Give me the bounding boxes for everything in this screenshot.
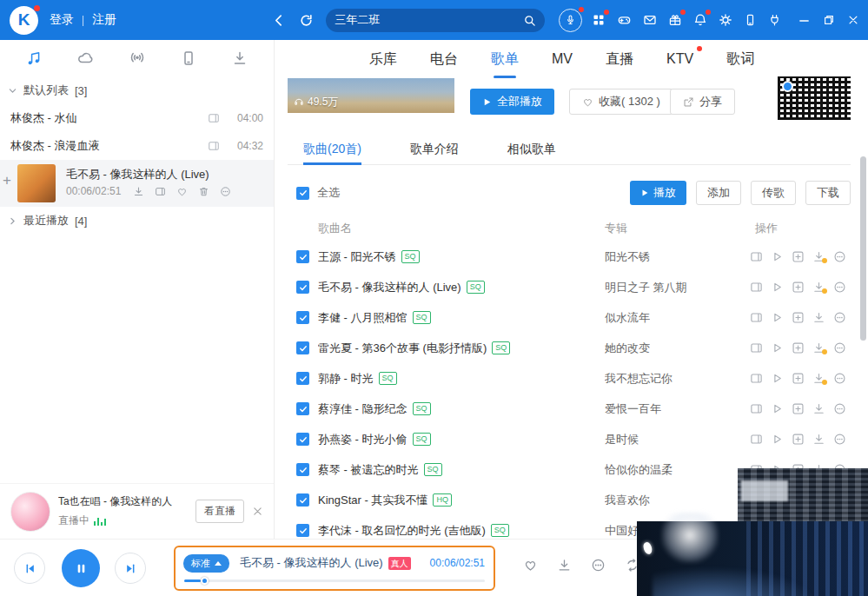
album-name[interactable]: 明日之子 第八期 bbox=[605, 272, 687, 302]
mv-icon[interactable] bbox=[750, 341, 763, 354]
add-icon[interactable] bbox=[792, 250, 805, 263]
song-title[interactable]: 李健 - 八月照相馆 bbox=[318, 310, 407, 326]
mv-icon[interactable] bbox=[750, 433, 763, 446]
download-icon[interactable] bbox=[812, 281, 825, 294]
search-input[interactable] bbox=[335, 14, 523, 27]
tab-download[interactable] bbox=[231, 50, 248, 67]
row-checkbox[interactable] bbox=[296, 372, 309, 385]
row-checkbox[interactable] bbox=[296, 463, 309, 476]
next-button[interactable] bbox=[115, 553, 146, 584]
tab-device[interactable] bbox=[180, 50, 197, 67]
table-row[interactable]: 毛不易 - 像我这样的人 (Live) SQ 明日之子 第八期 bbox=[288, 272, 851, 302]
playlist-cover[interactable]: 49.5万 bbox=[288, 78, 454, 113]
row-checkbox[interactable] bbox=[296, 250, 309, 263]
download-icon[interactable] bbox=[812, 402, 825, 415]
nav-mv[interactable]: MV bbox=[535, 40, 589, 78]
trash-icon[interactable] bbox=[198, 186, 209, 197]
table-row[interactable]: 李健 - 八月照相馆 SQ 似水流年 bbox=[288, 302, 851, 333]
download-icon[interactable] bbox=[557, 558, 572, 573]
bell-icon[interactable] bbox=[693, 13, 707, 27]
add-button[interactable]: 添加 bbox=[696, 181, 741, 205]
more-icon[interactable] bbox=[833, 341, 846, 354]
play-button[interactable]: 播放 bbox=[630, 181, 686, 205]
tab-songs[interactable]: 歌曲(20首) bbox=[303, 135, 361, 164]
quality-selector[interactable]: 标准 bbox=[183, 554, 229, 573]
song-title[interactable]: 蔡淳佳 - 隐形纪念 bbox=[318, 401, 407, 417]
now-playing-item[interactable]: + 毛不易 - 像我这样的人 (Live) 00:06/02:51 bbox=[0, 160, 274, 207]
player-track-title[interactable]: 毛不易 - 像我这样的人 (Live) bbox=[240, 555, 383, 571]
back-icon[interactable] bbox=[271, 13, 286, 28]
tab-intro[interactable]: 歌单介绍 bbox=[410, 135, 459, 164]
now-playing-cover[interactable] bbox=[17, 164, 56, 202]
play-icon[interactable] bbox=[771, 372, 784, 385]
download-icon[interactable] bbox=[812, 433, 825, 446]
mv-icon[interactable] bbox=[750, 250, 763, 263]
more-icon[interactable] bbox=[833, 372, 846, 385]
row-checkbox[interactable] bbox=[296, 524, 309, 537]
more-icon[interactable] bbox=[591, 558, 606, 573]
nav-playlist[interactable]: 歌单 bbox=[474, 40, 535, 78]
download-icon[interactable] bbox=[812, 250, 825, 263]
heart-icon[interactable] bbox=[523, 558, 538, 573]
table-row[interactable]: 孙燕姿 - 时光小偷 SQ 是时候 bbox=[288, 424, 851, 454]
play-all-button[interactable]: 全部播放 bbox=[470, 89, 554, 115]
mv-icon[interactable] bbox=[750, 281, 763, 294]
tab-radio[interactable] bbox=[129, 50, 146, 67]
list-item[interactable]: 林俊杰 - 水仙 04:00 bbox=[0, 104, 274, 132]
song-title[interactable]: KingStar - 其实我不懂 bbox=[318, 493, 427, 508]
nav-library[interactable]: 乐库 bbox=[353, 40, 414, 78]
progress-bar[interactable] bbox=[184, 579, 485, 582]
mail-icon[interactable] bbox=[643, 13, 657, 27]
tab-similar[interactable]: 相似歌单 bbox=[507, 135, 556, 164]
group-default-list[interactable]: 默认列表 [3] bbox=[0, 76, 274, 104]
add-icon[interactable] bbox=[792, 341, 805, 354]
row-checkbox[interactable] bbox=[296, 433, 309, 446]
song-title[interactable]: 郭静 - 时光 bbox=[318, 371, 374, 387]
add-icon[interactable] bbox=[792, 433, 805, 446]
more-icon[interactable] bbox=[833, 281, 846, 294]
transfer-button[interactable]: 传歌 bbox=[751, 181, 796, 205]
album-name[interactable]: 是时候 bbox=[605, 424, 639, 454]
add-icon[interactable] bbox=[792, 402, 805, 415]
play-icon[interactable] bbox=[771, 281, 784, 294]
mv-icon[interactable] bbox=[208, 140, 220, 152]
close-icon[interactable] bbox=[847, 14, 859, 26]
settings-icon[interactable] bbox=[719, 13, 732, 27]
mv-icon[interactable] bbox=[750, 311, 763, 324]
play-icon[interactable] bbox=[771, 433, 784, 446]
refresh-icon[interactable] bbox=[299, 13, 314, 28]
login-link[interactable]: 登录 bbox=[50, 12, 74, 28]
tab-cloud[interactable] bbox=[76, 50, 95, 67]
more-icon[interactable] bbox=[833, 433, 846, 446]
download-icon[interactable] bbox=[812, 311, 825, 324]
download-button[interactable]: 下载 bbox=[805, 181, 851, 205]
mv-icon[interactable] bbox=[750, 372, 763, 385]
more-icon[interactable] bbox=[833, 402, 846, 415]
scrollbar[interactable] bbox=[860, 40, 867, 539]
nav-radio[interactable]: 电台 bbox=[414, 40, 474, 78]
previous-button[interactable] bbox=[14, 553, 45, 584]
play-icon[interactable] bbox=[771, 341, 784, 354]
album-name[interactable]: 阳光不锈 bbox=[605, 242, 650, 272]
song-title[interactable]: 毛不易 - 像我这样的人 (Live) bbox=[318, 280, 461, 295]
play-icon[interactable] bbox=[771, 402, 784, 415]
heart-icon[interactable] bbox=[176, 186, 188, 197]
phone-icon[interactable] bbox=[744, 13, 757, 27]
mv-icon[interactable] bbox=[750, 402, 763, 415]
download-icon[interactable] bbox=[812, 341, 825, 354]
minimize-icon[interactable] bbox=[798, 14, 811, 27]
share-button[interactable]: 分享 bbox=[670, 89, 735, 115]
nav-live[interactable]: 直播 bbox=[589, 40, 650, 78]
table-row[interactable]: 雷光夏 - 第36个故事 (电影抒情版) SQ 她的改变 bbox=[288, 333, 851, 363]
watch-live-button[interactable]: 看直播 bbox=[195, 500, 244, 523]
song-title[interactable]: 雷光夏 - 第36个故事 (电影抒情版) bbox=[318, 341, 487, 356]
plugin-icon[interactable] bbox=[768, 13, 781, 27]
qr-code[interactable] bbox=[778, 76, 851, 120]
row-checkbox[interactable] bbox=[296, 311, 309, 324]
progress-knob[interactable] bbox=[201, 577, 209, 585]
gift-icon[interactable] bbox=[668, 13, 682, 27]
app-logo[interactable]: K bbox=[10, 6, 38, 35]
add-icon[interactable] bbox=[792, 311, 805, 324]
tab-local-music[interactable] bbox=[25, 50, 43, 67]
game-icon[interactable] bbox=[617, 13, 632, 27]
